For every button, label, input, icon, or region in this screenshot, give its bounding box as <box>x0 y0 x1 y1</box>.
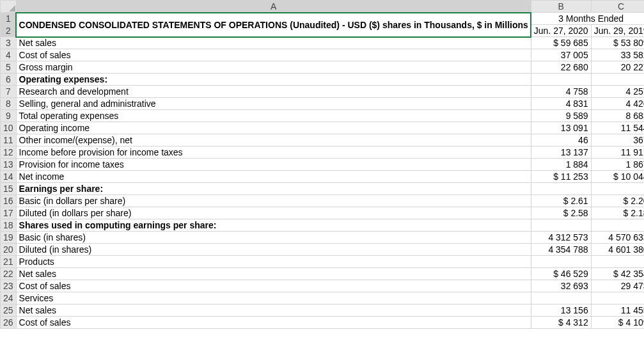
cell-c9[interactable]: 8 683 <box>591 110 644 122</box>
cell-a20[interactable]: Diluted (in shares) <box>16 244 531 256</box>
cell-a18[interactable]: Shares used in computing earnings per sh… <box>16 219 531 232</box>
cell-b6[interactable] <box>531 74 591 86</box>
cell-a1[interactable]: CONDENSED CONSOLIDATED STATEMENTS OF OPE… <box>16 13 531 37</box>
cell-a8[interactable]: Selling, general and administrative <box>16 98 531 110</box>
row-head-12[interactable]: 12 <box>1 146 17 159</box>
cell-c25[interactable]: 11 455 <box>591 304 644 317</box>
cell-b15[interactable] <box>531 183 591 195</box>
cell-b24[interactable] <box>531 292 591 304</box>
cell-c15[interactable] <box>591 183 644 195</box>
cell-a11[interactable]: Other income/(expense), net <box>16 134 531 146</box>
row-head-25[interactable]: 25 <box>1 304 17 317</box>
cell-a13[interactable]: Provision for income taxes <box>16 159 531 171</box>
cell-c4[interactable]: 33 582 <box>591 49 644 61</box>
cell-b13[interactable]: 1 884 <box>531 159 591 171</box>
cell-b12[interactable]: 13 137 <box>531 146 591 159</box>
cell-a14[interactable]: Net income <box>16 171 531 183</box>
cell-a4[interactable]: Cost of sales <box>16 49 531 61</box>
cell-b25[interactable]: 13 156 <box>531 304 591 317</box>
cell-a7[interactable]: Research and development <box>16 86 531 98</box>
row-head-4[interactable]: 4 <box>1 49 17 61</box>
cell-c12[interactable]: 11 911 <box>591 146 644 159</box>
cell-c7[interactable]: 4 257 <box>591 86 644 98</box>
cell-b18[interactable] <box>531 219 591 232</box>
row-head-7[interactable]: 7 <box>1 86 17 98</box>
cell-b16[interactable]: $ 2.61 <box>531 195 591 207</box>
row-head-23[interactable]: 23 <box>1 280 17 292</box>
col-head-b[interactable]: B <box>531 1 591 13</box>
row-head-15[interactable]: 15 <box>1 183 17 195</box>
cell-b1[interactable]: 3 Months Ended <box>531 13 644 25</box>
cell-a26[interactable]: Cost of sales <box>16 317 531 329</box>
cell-c11[interactable]: 367 <box>591 134 644 146</box>
cell-c26[interactable]: $ 4 109 <box>591 317 644 329</box>
cell-c13[interactable]: 1 867 <box>591 159 644 171</box>
row-head-9[interactable]: 9 <box>1 110 17 122</box>
cell-c24[interactable] <box>591 292 644 304</box>
col-head-c[interactable]: C <box>591 1 644 13</box>
row-head-26[interactable]: 26 <box>1 317 17 329</box>
cell-c18[interactable] <box>591 219 644 232</box>
cell-c21[interactable] <box>591 256 644 268</box>
cell-b9[interactable]: 9 589 <box>531 110 591 122</box>
cell-a24[interactable]: Services <box>16 292 531 304</box>
cell-a3[interactable]: Net sales <box>16 37 531 49</box>
cell-c5[interactable]: 20 227 <box>591 61 644 74</box>
row-head-16[interactable]: 16 <box>1 195 17 207</box>
cell-b10[interactable]: 13 091 <box>531 122 591 134</box>
cell-a16[interactable]: Basic (in dollars per share) <box>16 195 531 207</box>
cell-c8[interactable]: 4 426 <box>591 98 644 110</box>
cell-a22[interactable]: Net sales <box>16 268 531 280</box>
cell-b2[interactable]: Jun. 27, 2020 <box>531 25 591 37</box>
row-head-10[interactable]: 10 <box>1 122 17 134</box>
cell-a5[interactable]: Gross margin <box>16 61 531 74</box>
cell-b23[interactable]: 32 693 <box>531 280 591 292</box>
cell-a19[interactable]: Basic (in shares) <box>16 232 531 244</box>
cell-b22[interactable]: $ 46 529 <box>531 268 591 280</box>
cell-b21[interactable] <box>531 256 591 268</box>
cell-b3[interactable]: $ 59 685 <box>531 37 591 49</box>
cell-a10[interactable]: Operating income <box>16 122 531 134</box>
row-head-20[interactable]: 20 <box>1 244 17 256</box>
cell-c2[interactable]: Jun. 29, 2019 <box>591 25 644 37</box>
cell-c22[interactable]: $ 42 354 <box>591 268 644 280</box>
cell-b5[interactable]: 22 680 <box>531 61 591 74</box>
row-head-3[interactable]: 3 <box>1 37 17 49</box>
row-head-5[interactable]: 5 <box>1 61 17 74</box>
row-head-13[interactable]: 13 <box>1 159 17 171</box>
row-head-14[interactable]: 14 <box>1 171 17 183</box>
row-head-1[interactable]: 1 <box>1 13 17 25</box>
cell-b20[interactable]: 4 354 788 <box>531 244 591 256</box>
col-head-a[interactable]: A <box>16 1 531 13</box>
cell-c6[interactable] <box>591 74 644 86</box>
cell-c19[interactable]: 4 570 633 <box>591 232 644 244</box>
cell-b17[interactable]: $ 2.58 <box>531 207 591 219</box>
row-head-22[interactable]: 22 <box>1 268 17 280</box>
row-head-21[interactable]: 21 <box>1 256 17 268</box>
cell-a25[interactable]: Net sales <box>16 304 531 317</box>
row-head-8[interactable]: 8 <box>1 98 17 110</box>
row-head-2[interactable]: 2 <box>1 25 17 37</box>
row-head-19[interactable]: 19 <box>1 232 17 244</box>
cell-b8[interactable]: 4 831 <box>531 98 591 110</box>
cell-b14[interactable]: $ 11 253 <box>531 171 591 183</box>
row-head-6[interactable]: 6 <box>1 74 17 86</box>
cell-c14[interactable]: $ 10 044 <box>591 171 644 183</box>
cell-c23[interactable]: 29 473 <box>591 280 644 292</box>
cell-b7[interactable]: 4 758 <box>531 86 591 98</box>
cell-b4[interactable]: 37 005 <box>531 49 591 61</box>
cell-a23[interactable]: Cost of sales <box>16 280 531 292</box>
cell-a9[interactable]: Total operating expenses <box>16 110 531 122</box>
cell-a6[interactable]: Operating expenses: <box>16 74 531 86</box>
cell-a17[interactable]: Diluted (in dollars per share) <box>16 207 531 219</box>
cell-b26[interactable]: $ 4 312 <box>531 317 591 329</box>
cell-c20[interactable]: 4 601 380 <box>591 244 644 256</box>
spreadsheet-grid[interactable]: A B C D E 1 CONDENSED CONSOLIDATED STATE… <box>0 0 644 329</box>
row-head-11[interactable]: 11 <box>1 134 17 146</box>
cell-c3[interactable]: $ 53 809 <box>591 37 644 49</box>
cell-c16[interactable]: $ 2.20 <box>591 195 644 207</box>
cell-c10[interactable]: 11 544 <box>591 122 644 134</box>
row-head-18[interactable]: 18 <box>1 219 17 232</box>
select-all-corner[interactable] <box>1 1 17 13</box>
cell-a12[interactable]: Income before provision for income taxes <box>16 146 531 159</box>
